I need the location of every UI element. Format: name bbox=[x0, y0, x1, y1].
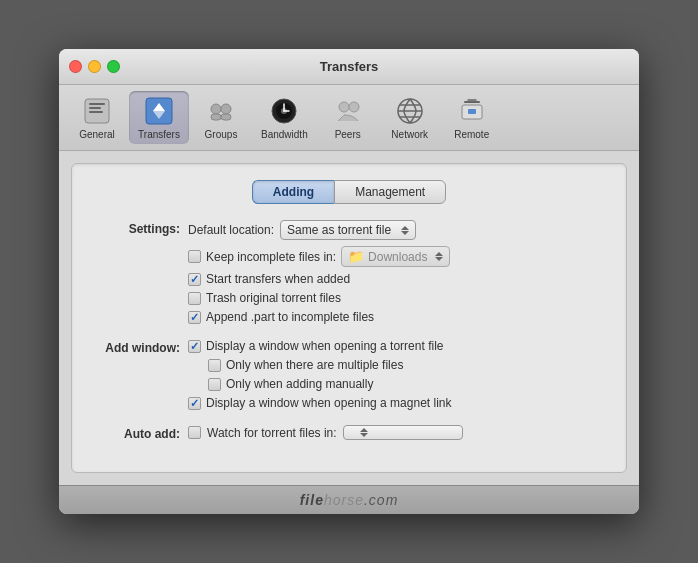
groups-label: Groups bbox=[205, 129, 238, 140]
display-torrent-checkbox[interactable] bbox=[188, 340, 201, 353]
svg-rect-25 bbox=[468, 109, 476, 114]
add-window-section: Add window: Display a window when openin… bbox=[88, 339, 610, 415]
svg-rect-2 bbox=[89, 107, 101, 109]
tab-management[interactable]: Management bbox=[334, 180, 446, 204]
auto-add-section: Auto add: Watch for torrent files in: bbox=[88, 425, 610, 446]
adding-manually-label: Only when adding manually bbox=[226, 377, 373, 391]
app-window: Transfers General bbox=[59, 49, 639, 514]
settings-section-label: Settings: bbox=[88, 220, 188, 329]
bandwidth-label: Bandwidth bbox=[261, 129, 308, 140]
svg-point-16 bbox=[339, 102, 349, 112]
general-icon bbox=[81, 95, 113, 127]
peers-icon bbox=[332, 95, 364, 127]
maximize-button[interactable] bbox=[107, 60, 120, 73]
trash-original-checkbox[interactable] bbox=[188, 292, 201, 305]
auto-add-path-dropdown[interactable] bbox=[343, 425, 463, 440]
network-icon bbox=[394, 95, 426, 127]
adding-manually-row: Only when adding manually bbox=[188, 377, 610, 391]
transfers-icon bbox=[143, 95, 175, 127]
toolbar-item-bandwidth[interactable]: Bandwidth bbox=[253, 91, 316, 144]
auto-add-controls: Watch for torrent files in: bbox=[188, 425, 610, 446]
keep-incomplete-checkbox[interactable] bbox=[188, 250, 201, 263]
add-window-controls: Display a window when opening a torrent … bbox=[188, 339, 610, 415]
trash-original-row: Trash original torrent files bbox=[188, 291, 610, 305]
default-location-label: Default location: bbox=[188, 223, 274, 237]
remote-label: Remote bbox=[454, 129, 489, 140]
toolbar-item-groups[interactable]: Groups bbox=[191, 91, 251, 144]
tab-adding[interactable]: Adding bbox=[252, 180, 334, 204]
toolbar-item-peers[interactable]: Peers bbox=[318, 91, 378, 144]
multiple-files-label: Only when there are multiple files bbox=[226, 358, 403, 372]
trash-original-label: Trash original torrent files bbox=[206, 291, 341, 305]
svg-rect-9 bbox=[211, 114, 221, 120]
close-button[interactable] bbox=[69, 60, 82, 73]
append-part-label: Append .part to incomplete files bbox=[206, 310, 374, 324]
content-panel: Adding Management Settings: Default loca… bbox=[71, 163, 627, 473]
toolbar-item-remote[interactable]: Remote bbox=[442, 91, 502, 144]
titlebar: Transfers bbox=[59, 49, 639, 85]
downloads-dropdown-arrow bbox=[435, 252, 443, 261]
folder-icon: 📁 bbox=[348, 249, 364, 264]
dropdown-arrow-icon bbox=[401, 226, 409, 235]
groups-icon bbox=[205, 95, 237, 127]
append-part-checkbox[interactable] bbox=[188, 311, 201, 324]
adding-manually-checkbox[interactable] bbox=[208, 378, 221, 391]
append-part-row: Append .part to incomplete files bbox=[188, 310, 610, 324]
watermark-bar: filehorse.com bbox=[59, 485, 639, 514]
transfers-label: Transfers bbox=[138, 129, 180, 140]
keep-incomplete-label: Keep incomplete files in: bbox=[206, 250, 336, 264]
add-window-label: Add window: bbox=[88, 339, 188, 415]
default-location-value: Same as torrent file bbox=[287, 223, 391, 237]
watermark-horse: horse bbox=[324, 492, 364, 508]
start-transfers-row: Start transfers when added bbox=[188, 272, 610, 286]
tab-bar: Adding Management bbox=[88, 180, 610, 204]
display-magnet-checkbox[interactable] bbox=[188, 397, 201, 410]
window-title: Transfers bbox=[320, 59, 379, 74]
start-transfers-checkbox[interactable] bbox=[188, 273, 201, 286]
minimize-button[interactable] bbox=[88, 60, 101, 73]
toolbar-item-transfers[interactable]: Transfers bbox=[129, 91, 189, 144]
toolbar-item-network[interactable]: Network bbox=[380, 91, 440, 144]
settings-controls: Default location: Same as torrent file K… bbox=[188, 220, 610, 329]
window-controls bbox=[69, 60, 120, 73]
display-torrent-label: Display a window when opening a torrent … bbox=[206, 339, 443, 353]
svg-point-8 bbox=[221, 104, 231, 114]
multiple-files-row: Only when there are multiple files bbox=[188, 358, 610, 372]
toolbar-item-general[interactable]: General bbox=[67, 91, 127, 144]
general-label: General bbox=[79, 129, 115, 140]
default-location-dropdown[interactable]: Same as torrent file bbox=[280, 220, 416, 240]
display-magnet-row: Display a window when opening a magnet l… bbox=[188, 396, 610, 410]
downloads-label: Downloads bbox=[368, 250, 427, 264]
keep-incomplete-row: Keep incomplete files in: 📁 Downloads bbox=[188, 246, 610, 267]
auto-add-watch-label: Watch for torrent files in: bbox=[207, 426, 337, 440]
default-location-row: Default location: Same as torrent file bbox=[188, 220, 610, 240]
network-label: Network bbox=[391, 129, 428, 140]
downloads-dropdown[interactable]: 📁 Downloads bbox=[341, 246, 450, 267]
svg-point-17 bbox=[349, 102, 359, 112]
svg-point-7 bbox=[211, 104, 221, 114]
auto-add-dropdown-arrow bbox=[360, 428, 368, 437]
multiple-files-checkbox[interactable] bbox=[208, 359, 221, 372]
display-torrent-row: Display a window when opening a torrent … bbox=[188, 339, 610, 353]
svg-rect-3 bbox=[89, 111, 103, 113]
svg-rect-10 bbox=[221, 114, 231, 120]
peers-label: Peers bbox=[335, 129, 361, 140]
auto-add-label: Auto add: bbox=[88, 425, 188, 446]
auto-add-checkbox[interactable] bbox=[188, 426, 201, 439]
toolbar: General Transfers bbox=[59, 85, 639, 151]
display-magnet-label: Display a window when opening a magnet l… bbox=[206, 396, 451, 410]
auto-add-row: Watch for torrent files in: bbox=[188, 425, 610, 440]
settings-section: Settings: Default location: Same as torr… bbox=[88, 220, 610, 329]
svg-rect-1 bbox=[89, 103, 105, 105]
start-transfers-label: Start transfers when added bbox=[206, 272, 350, 286]
remote-icon bbox=[456, 95, 488, 127]
bandwidth-icon bbox=[268, 95, 300, 127]
watermark-domain: .com bbox=[364, 492, 398, 508]
watermark-file: file bbox=[300, 492, 324, 508]
